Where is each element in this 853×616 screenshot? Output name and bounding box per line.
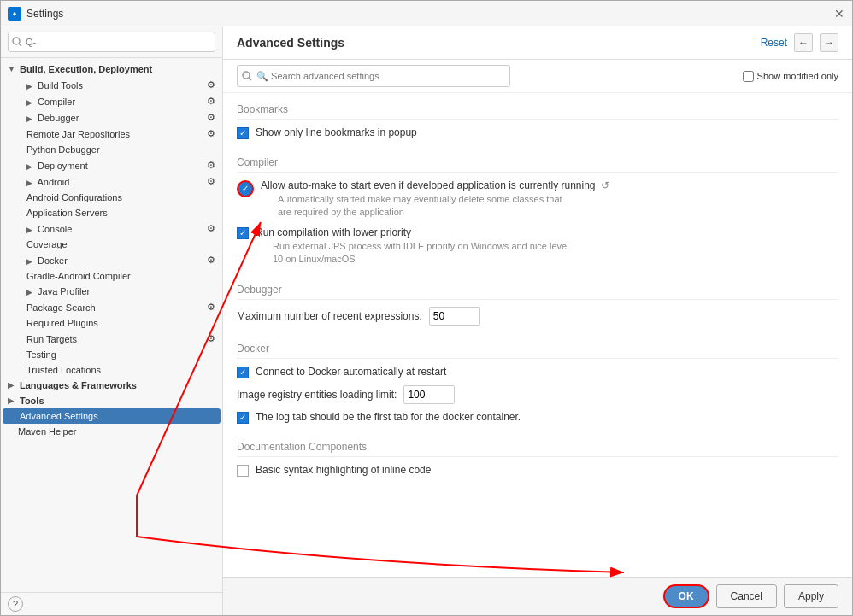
docker-section: Docker Connect to Docker automatically a… xyxy=(237,343,838,424)
setting-label-bookmarks-1: Show only line bookmarks in popup xyxy=(256,126,417,138)
section-title-docker: Docker xyxy=(237,343,838,359)
show-modified-label: Show modified only xyxy=(757,71,838,81)
nav-forward-button[interactable]: → xyxy=(820,33,838,52)
reset-button[interactable]: Reset xyxy=(761,37,787,49)
settings-icon: ⚙ xyxy=(207,302,215,313)
setting-desc-compiler-1: Automatically started make may eventuall… xyxy=(278,193,609,220)
settings-icon: ⚙ xyxy=(207,223,215,234)
apply-button[interactable]: Apply xyxy=(784,584,838,608)
app-icon: ♦ xyxy=(8,7,21,21)
expand-sub-arrow-icon: ▶ xyxy=(26,226,35,234)
checkbox-bookmarks-1[interactable] xyxy=(237,127,249,139)
expand-sub-arrow-icon: ▶ xyxy=(26,162,35,171)
sidebar-item-compiler[interactable]: ▶ Compiler ⚙ xyxy=(1,93,222,109)
settings-icon: ⚙ xyxy=(207,112,215,123)
setting-inline-docker-2: Image registry entities loading limit: xyxy=(237,385,838,404)
section-title-docs: Documentation Components xyxy=(237,441,838,457)
sidebar-item-label: Maven Helper xyxy=(18,426,76,437)
sidebar-item-android[interactable]: ▶ Android ⚙ xyxy=(1,173,222,190)
show-modified-checkbox[interactable] xyxy=(743,71,754,82)
panel-header-actions: Reset ← → xyxy=(761,33,838,52)
bookmarks-section: Bookmarks Show only line bookmarks in po… xyxy=(237,103,838,139)
setting-label-compiler-2: Run compilation with lower priority xyxy=(256,226,411,238)
sidebar-item-docker[interactable]: ▶ Docker ⚙ xyxy=(1,252,222,268)
title-bar: ♦ Settings ✕ xyxy=(1,1,852,26)
sidebar-item-languages-frameworks[interactable]: ▶ Languages & Frameworks xyxy=(1,378,222,393)
sidebar-search-input[interactable] xyxy=(8,32,215,52)
sidebar-item-testing[interactable]: Testing xyxy=(1,347,222,362)
sidebar-item-android-configurations[interactable]: Android Configurations xyxy=(1,190,222,205)
sidebar-item-build-tools[interactable]: ▶ Build Tools ⚙ xyxy=(1,77,222,93)
panel-content: Bookmarks Show only line bookmarks in po… xyxy=(223,93,852,577)
sidebar-item-advanced-settings[interactable]: Advanced Settings xyxy=(3,408,221,424)
panel-title: Advanced Settings xyxy=(237,36,344,50)
sidebar-item-remote-jar[interactable]: Remote Jar Repositories ⚙ xyxy=(1,126,222,142)
setting-input-docker-2[interactable] xyxy=(403,385,455,404)
settings-icon: ⚙ xyxy=(207,255,215,266)
sidebar-bottom: ? xyxy=(1,592,222,615)
setting-label-docker-2: Image registry entities loading limit: xyxy=(237,389,397,401)
sidebar-item-gradle-android[interactable]: Gradle-Android Compiler xyxy=(1,268,222,284)
sidebar-item-console[interactable]: ▶ Console ⚙ xyxy=(1,220,222,237)
dialog-footer: OK Cancel Apply xyxy=(223,577,852,615)
title-bar-left: ♦ Settings xyxy=(8,7,63,21)
expand-sub-arrow-icon: ▶ xyxy=(26,114,35,123)
sidebar-item-package-search[interactable]: Package Search ⚙ xyxy=(1,299,222,315)
expand-arrow-icon: ▶ xyxy=(8,396,16,405)
sidebar-item-python-debugger[interactable]: Python Debugger xyxy=(1,142,222,157)
sidebar-item-tools[interactable]: ▶ Tools xyxy=(1,393,222,408)
sidebar-item-coverage[interactable]: Coverage xyxy=(1,237,222,252)
setting-content-compiler-2: Run compilation with lower priority Run … xyxy=(256,226,569,267)
sidebar-item-required-plugins[interactable]: Required Plugins xyxy=(1,315,222,331)
expand-sub-arrow-icon: ▶ xyxy=(26,288,35,296)
sidebar-item-run-targets[interactable]: Run Targets ⚙ xyxy=(1,331,222,347)
sidebar-item-application-servers[interactable]: Application Servers xyxy=(1,205,222,220)
expand-sub-arrow-icon: ▶ xyxy=(26,98,35,107)
right-panel: Advanced Settings Reset ← → Show modifie… xyxy=(223,26,852,615)
checkbox-compiler-2[interactable] xyxy=(237,227,249,239)
setting-desc-compiler-2: Run external JPS process with IDLE prior… xyxy=(273,240,569,267)
setting-row-docs-1: Basic syntax highlighting of inline code xyxy=(237,464,838,477)
setting-label-docker-1: Connect to Docker automatically at resta… xyxy=(256,366,446,378)
sidebar-item-java-profiler[interactable]: ▶ Java Profiler xyxy=(1,284,222,299)
cancel-button[interactable]: Cancel xyxy=(716,584,777,608)
sidebar-item-debugger[interactable]: ▶ Debugger ⚙ xyxy=(1,109,222,126)
sidebar-item-maven-helper[interactable]: Maven Helper xyxy=(1,424,222,439)
settings-icon: ⚙ xyxy=(207,128,215,139)
settings-icon: ⚙ xyxy=(207,160,215,171)
debugger-section: Debugger Maximum number of recent expres… xyxy=(237,284,838,326)
setting-content-compiler-1: Allow auto-make to start even if develop… xyxy=(261,179,609,220)
checkbox-compiler-1[interactable] xyxy=(237,180,254,197)
help-button[interactable]: ? xyxy=(8,596,23,612)
section-title-bookmarks: Bookmarks xyxy=(237,103,838,120)
setting-row-compiler-2: Run compilation with lower priority Run … xyxy=(237,226,838,267)
compiler-section: Compiler Allow auto-make to start even i… xyxy=(237,156,838,267)
checkbox-docker-1[interactable] xyxy=(237,367,249,378)
sidebar-item-deployment[interactable]: ▶ Deployment ⚙ xyxy=(1,157,222,173)
sidebar: ▼ Build, Execution, Deployment ▶ Build T… xyxy=(1,26,223,615)
panel-header: Advanced Settings Reset ← → xyxy=(223,26,852,60)
documentation-section: Documentation Components Basic syntax hi… xyxy=(237,441,838,477)
ok-button[interactable]: OK xyxy=(663,584,709,608)
nav-back-button[interactable]: ← xyxy=(794,33,813,52)
show-modified-area: Show modified only xyxy=(743,71,838,82)
sidebar-item-trusted-locations[interactable]: Trusted Locations xyxy=(1,362,222,378)
expand-arrow-icon: ▶ xyxy=(8,381,16,390)
checkbox-docker-3[interactable] xyxy=(237,412,249,424)
setting-label-docs-1: Basic syntax highlighting of inline code xyxy=(256,464,431,476)
checkbox-docs-1[interactable] xyxy=(237,465,249,477)
sidebar-item-build-execution-deployment[interactable]: ▼ Build, Execution, Deployment xyxy=(1,62,222,77)
close-button[interactable]: ✕ xyxy=(833,8,845,20)
sidebar-search-area xyxy=(1,26,222,58)
expand-arrow-icon: ▼ xyxy=(8,65,16,73)
expand-sub-arrow-icon: ▶ xyxy=(26,82,35,91)
expand-sub-arrow-icon: ▶ xyxy=(26,179,35,187)
sidebar-item-label: Build, Execution, Deployment xyxy=(20,64,152,74)
setting-row-docker-1: Connect to Docker automatically at resta… xyxy=(237,366,838,378)
sidebar-tree: ▼ Build, Execution, Deployment ▶ Build T… xyxy=(1,58,222,592)
settings-search-input[interactable] xyxy=(237,65,510,87)
section-title-compiler: Compiler xyxy=(237,156,838,173)
reset-icon[interactable]: ↺ xyxy=(601,179,609,191)
panel-toolbar: Show modified only xyxy=(223,60,852,93)
setting-input-max-expressions[interactable] xyxy=(429,307,480,326)
